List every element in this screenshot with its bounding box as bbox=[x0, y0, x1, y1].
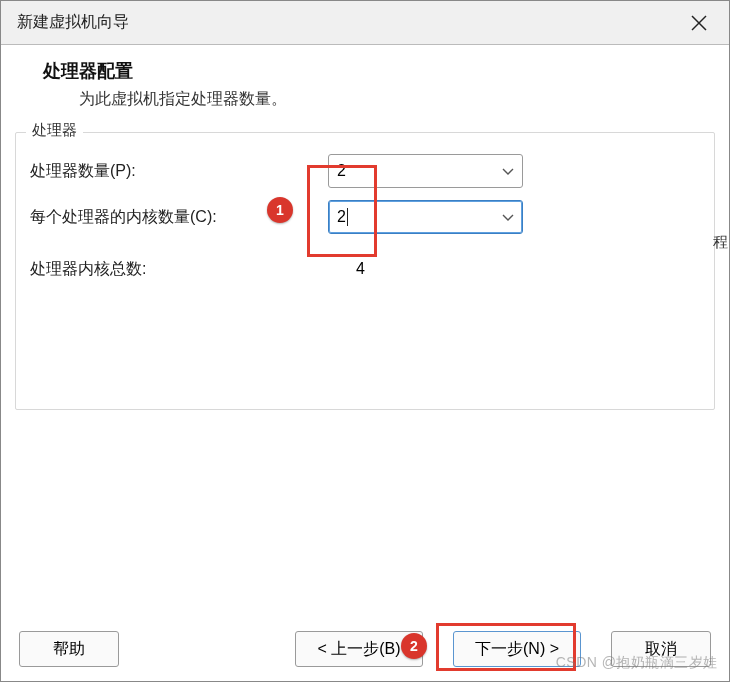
processor-count-combobox[interactable]: 2 bbox=[328, 154, 523, 188]
help-button[interactable]: 帮助 bbox=[19, 631, 119, 667]
wizard-header: 处理器配置 为此虚拟机指定处理器数量。 bbox=[1, 45, 729, 122]
cores-per-processor-value: 2 bbox=[337, 208, 346, 226]
total-cores-value: 4 bbox=[328, 260, 365, 278]
label-total-cores: 处理器内核总数: bbox=[28, 259, 328, 280]
titlebar: 新建虚拟机向导 bbox=[1, 1, 729, 45]
row-processor-count: 处理器数量(P): 2 bbox=[28, 151, 702, 191]
text-cursor bbox=[347, 208, 348, 226]
processor-group: 处理器 处理器数量(P): 2 每个处理器的内核数量(C): 2 bbox=[15, 132, 715, 410]
window-title: 新建虚拟机向导 bbox=[17, 12, 129, 33]
back-button[interactable]: < 上一步(B) bbox=[295, 631, 423, 667]
cancel-button[interactable]: 取消 bbox=[611, 631, 711, 667]
side-cropped-text: 程 bbox=[713, 233, 728, 252]
next-button[interactable]: 下一步(N) > bbox=[453, 631, 581, 667]
page-title: 处理器配置 bbox=[43, 59, 687, 83]
processor-count-value: 2 bbox=[337, 162, 346, 180]
label-processor-count: 处理器数量(P): bbox=[28, 161, 328, 182]
page-description: 为此虚拟机指定处理器数量。 bbox=[43, 89, 687, 110]
chevron-down-icon bbox=[502, 162, 514, 180]
wizard-window: 新建虚拟机向导 处理器配置 为此虚拟机指定处理器数量。 处理器 处理器数量(P)… bbox=[0, 0, 730, 682]
close-button[interactable] bbox=[679, 3, 719, 43]
chevron-down-icon bbox=[502, 208, 514, 226]
row-total-cores: 处理器内核总数: 4 bbox=[28, 249, 702, 289]
cores-per-processor-combobox[interactable]: 2 bbox=[328, 200, 523, 234]
group-label: 处理器 bbox=[26, 121, 83, 140]
wizard-footer: 帮助 < 上一步(B) 下一步(N) > 取消 bbox=[1, 618, 729, 681]
label-cores-per-processor: 每个处理器的内核数量(C): bbox=[28, 207, 328, 228]
row-cores-per-processor: 每个处理器的内核数量(C): 2 bbox=[28, 197, 702, 237]
close-icon bbox=[690, 14, 708, 32]
